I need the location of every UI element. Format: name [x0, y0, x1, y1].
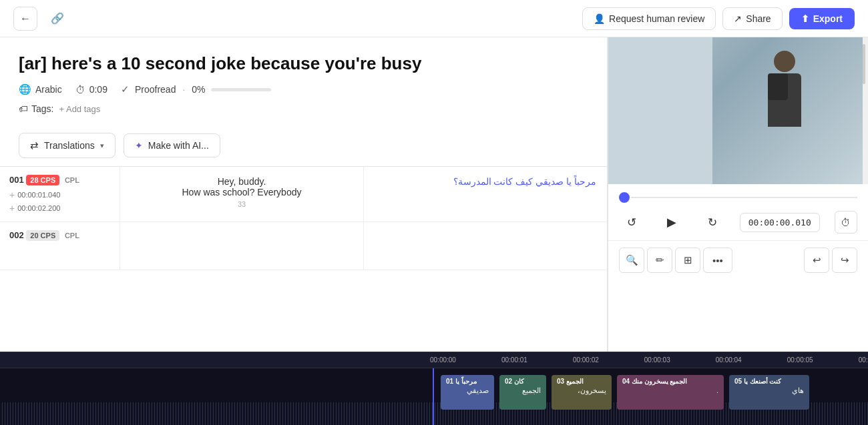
- language-value: Arabic: [35, 84, 62, 95]
- clip-text-05: هاي: [734, 386, 804, 395]
- time-add-icon-end[interactable]: +: [9, 203, 15, 214]
- row-meta-002: 002 20 CPS CPL: [0, 222, 120, 270]
- scroll-track[interactable]: [863, 37, 868, 184]
- time-row-end-001: + 00:00:02.200: [9, 203, 110, 214]
- progress-track: [211, 88, 271, 91]
- sparkle-icon: ✦: [135, 140, 143, 151]
- ruler-mark-2: 00:00:02: [573, 356, 599, 364]
- language-meta: 🌐 Arabic: [19, 83, 62, 95]
- proofread-label: Proofread: [135, 84, 176, 95]
- redo-button[interactable]: ↪: [832, 248, 857, 273]
- timeline-cursor: [433, 368, 434, 425]
- video-frame: [608, 37, 868, 184]
- target-text-001[interactable]: مرحباً يا صديقي كيف كانت المدرسة؟: [364, 167, 607, 222]
- play-icon: ▶: [667, 215, 676, 230]
- clock-icon: ⏱: [75, 84, 85, 95]
- duration-value: 0:09: [89, 84, 107, 95]
- ruler-mark-4: 00:00:04: [716, 356, 742, 364]
- search-tool-button[interactable]: 🔍: [619, 248, 644, 273]
- more-tool-button[interactable]: •••: [703, 248, 732, 273]
- source-text-002[interactable]: [120, 222, 364, 270]
- row-number-001: 001 28 CPS CPL: [9, 175, 110, 185]
- tags-row: 🏷 Tags: + Add tags: [19, 103, 588, 114]
- edit-tool-button[interactable]: ✏: [647, 248, 672, 273]
- merge-tool-button[interactable]: ⊞: [675, 248, 700, 273]
- target-text-002[interactable]: [364, 222, 607, 270]
- clip-text-02: الجميع: [505, 386, 541, 395]
- clip-03[interactable]: الجميع 03 يسخرون،: [552, 375, 612, 410]
- time-add-icon-start[interactable]: +: [9, 189, 15, 200]
- more-icon: •••: [712, 255, 723, 266]
- clip-label-04: الجميع يسخرون منك 04: [622, 378, 718, 385]
- globe-icon: 🌐: [19, 83, 31, 95]
- add-tags-button[interactable]: + Add tags: [59, 104, 100, 114]
- cpl-label-002: CPL: [65, 232, 79, 240]
- time-display: 00:00:00.010: [740, 213, 820, 232]
- check-icon: ✓: [121, 83, 130, 95]
- share-label: Share: [746, 13, 771, 24]
- clip-01[interactable]: مرحباً يا 01 صديقي: [441, 375, 494, 410]
- link-icon: 🔗: [51, 12, 64, 25]
- translate-icon: ⇄: [30, 139, 39, 151]
- controls-row: ↺ ▶ ↻ 00:00:00.010 ⏱: [619, 209, 857, 235]
- ruler-mark-6: 00:00:06: [859, 356, 868, 364]
- cps-badge-001: 28 CPS: [26, 175, 59, 185]
- undo-icon: ↩: [813, 254, 821, 266]
- clock-button[interactable]: ⏱: [835, 211, 857, 234]
- clip-text-04: .: [622, 386, 718, 394]
- clip-label-02: كان 02: [505, 378, 541, 385]
- add-tags-label: + Add tags: [59, 104, 100, 114]
- request-review-button[interactable]: 👤 Request human review: [582, 7, 716, 30]
- clip-04[interactable]: الجميع يسخرون منك 04 .: [617, 375, 724, 410]
- share-button[interactable]: ↗ Share: [722, 7, 782, 30]
- clip-label-05: كنت أصنعك يا 05: [734, 378, 804, 385]
- project-meta: 🌐 Arabic ⏱ 0:09 ✓ Proofread · 0%: [19, 83, 588, 95]
- timeline: 00:00:00 00:00:01 00:00:02 00:00:03 00:0…: [0, 352, 868, 425]
- translations-label: Translations: [44, 140, 95, 151]
- char-count-001: 33: [131, 200, 353, 208]
- cps-badge-002: 20 CPS: [26, 230, 59, 241]
- chevron-down-icon: ▾: [100, 141, 104, 150]
- export-label: Export: [813, 13, 843, 24]
- play-button[interactable]: ▶: [659, 209, 684, 235]
- editor-toolbar: ⇄ Translations ▾ ✦ Make with AI...: [0, 125, 607, 167]
- export-button[interactable]: ⬆ Export: [789, 8, 855, 29]
- undo-button[interactable]: ↩: [804, 248, 829, 273]
- progress-line: [631, 197, 857, 198]
- clip-05[interactable]: كنت أصنعك يا 05 هاي: [729, 375, 809, 410]
- source-text-001[interactable]: Hey, buddy. How was school? Everybody 33: [120, 167, 364, 222]
- back-button[interactable]: ←: [13, 7, 37, 31]
- player-controls: ↺ ▶ ↻ 00:00:00.010 ⏱: [608, 184, 868, 241]
- tags-label-group: 🏷 Tags:: [19, 103, 53, 114]
- fast-forward-icon: ↻: [708, 216, 717, 230]
- export-icon: ⬆: [801, 13, 809, 24]
- share-icon: ↗: [734, 13, 742, 24]
- timeline-content: مرحباً يا 01 صديقي كان 02 الجميع الجميع …: [0, 368, 868, 425]
- clip-text-03: يسخرون،: [557, 386, 606, 395]
- clip-label-01: مرحباً يا 01: [446, 378, 489, 385]
- source-line-2: How was school? Everybody: [131, 187, 353, 197]
- make-with-ai-label: Make with AI...: [148, 140, 209, 151]
- project-header: [ar] here's a 10 second joke because you…: [0, 37, 607, 125]
- fast-forward-button[interactable]: ↻: [700, 209, 725, 235]
- request-review-label: Request human review: [609, 13, 704, 24]
- wall-bg: [608, 37, 712, 184]
- ruler-mark-3: 00:00:03: [644, 356, 670, 364]
- rewind-button[interactable]: ↺: [619, 209, 644, 235]
- rewind-icon: ↺: [627, 216, 636, 230]
- progress-row: [619, 192, 857, 203]
- tag-icon: 🏷: [19, 103, 28, 114]
- make-with-ai-button[interactable]: ✦ Make with AI...: [124, 133, 220, 157]
- ruler-mark-0: 00:00:00: [430, 356, 456, 364]
- duration-meta: ⏱ 0:09: [75, 84, 107, 95]
- video-preview: [608, 37, 868, 184]
- review-icon: 👤: [594, 13, 605, 24]
- playhead-dot: [619, 192, 630, 203]
- scroll-thumb: [863, 44, 865, 84]
- topbar-left: ← 🔗: [13, 7, 69, 31]
- topbar: ← 🔗 👤 Request human review ↗ Share ⬆ Exp…: [0, 0, 868, 37]
- table-row: 001 28 CPS CPL + 00:00:01.040 + 00:00:02…: [0, 167, 607, 222]
- translations-button[interactable]: ⇄ Translations ▾: [19, 133, 116, 158]
- clip-02[interactable]: كان 02 الجميع: [499, 375, 546, 410]
- link-button[interactable]: 🔗: [45, 7, 69, 31]
